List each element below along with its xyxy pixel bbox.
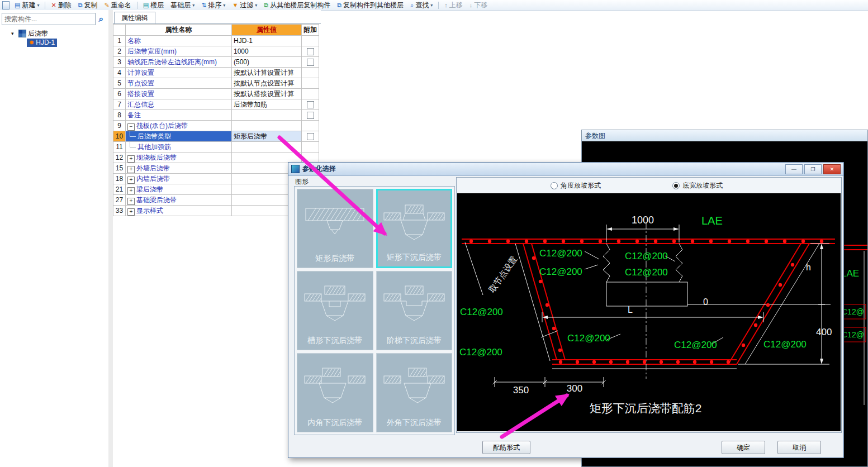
tree-branch	[130, 131, 136, 137]
tile-rect-strip[interactable]: 矩形后浇带	[297, 189, 373, 268]
tile-rect-sunken-strip[interactable]: 矩形下沉后浇带	[376, 189, 453, 268]
table-row: 2 后浇带宽度(mm) 1000	[113, 46, 319, 57]
radio-bottom-width-slope[interactable]: 底宽放坡形式	[672, 181, 723, 190]
tile-outer-corner-sunken-strip[interactable]: 外角下沉后浇带	[376, 353, 453, 432]
toolbar-find-button[interactable]: ⌕ 查找 ▾	[407, 1, 435, 10]
copy-to-floor-icon: ⧉	[337, 2, 341, 8]
tile-label: 外角下沉后浇带	[387, 418, 442, 428]
header-extra: 附加	[302, 25, 319, 36]
tile-step-sunken-strip[interactable]: 阶梯下沉后浇带	[376, 271, 453, 350]
cancel-button[interactable]: 取消	[777, 441, 821, 454]
maximize-button[interactable]: ❐	[804, 164, 822, 174]
copy-icon: ⧉	[78, 2, 83, 8]
expand-icon[interactable]: +	[127, 155, 135, 163]
rebar-label: C12@200	[625, 267, 668, 278]
rebar-form-button[interactable]: 配筋形式	[482, 441, 530, 454]
cad-section-drawing: 1000 LAE h 400 0 L 350 300 C12@200 C12@2…	[457, 193, 841, 431]
rebar-label: C12@200	[539, 266, 582, 277]
toolbar-delete-button[interactable]: ✕ 删除	[48, 1, 74, 10]
header-name: 属性名称	[126, 25, 232, 36]
collapse-icon[interactable]: −	[127, 123, 135, 131]
table-row: 3 轴线距后浇带左边线距离(mm) (500)	[113, 57, 319, 68]
expand-icon[interactable]: +	[127, 208, 135, 216]
ok-button[interactable]: 确定	[722, 441, 765, 454]
component-tree: ▾ 后浇带 ✹ HJD-1	[0, 29, 108, 47]
toolbar-label: 楼层	[150, 1, 164, 10]
tile-label: 矩形后浇带	[315, 254, 354, 264]
toolbar-separator	[137, 2, 137, 9]
expand-icon[interactable]: +	[127, 177, 135, 184]
rebar-label: C12@200	[674, 340, 717, 350]
down-arrow-icon: ↓	[469, 2, 473, 8]
checkbox[interactable]	[307, 59, 314, 66]
toolbar-copy-button[interactable]: ⧉ 复制	[75, 1, 101, 10]
tile-preview-sketch	[300, 357, 369, 411]
expand-icon[interactable]: +	[127, 166, 135, 173]
toolbar-copy-from-floor-button[interactable]: ⧉ 从其他楼层复制构件	[261, 1, 333, 10]
rebar-label: C12@200	[625, 251, 668, 261]
radio-icon-selected	[672, 182, 680, 189]
close-button[interactable]: ✕	[823, 164, 841, 174]
rebar-label: C12@200	[763, 339, 807, 350]
dim-400-label: 400	[816, 327, 832, 337]
filter-icon: ▼	[232, 2, 238, 8]
checkbox[interactable]	[307, 112, 314, 119]
tile-channel-sunken-strip[interactable]: 槽形下沉后浇带	[297, 271, 373, 350]
tile-inner-corner-sunken-strip[interactable]: 内角下沉后浇带	[297, 353, 373, 432]
sort-icon: ⇅	[201, 2, 206, 8]
toolbar-floor-select[interactable]: 基础层 ▾	[168, 1, 197, 10]
component-icon: ✹	[29, 39, 34, 46]
preview-area: 角度放坡形式 底宽放坡形式	[456, 177, 842, 433]
component-tree-panel: ⌕ ▾ 后浇带 ✹ HJD-1	[0, 10, 109, 467]
toolbar-move-up-button[interactable]: ↑ 上移	[442, 1, 466, 10]
chevron-down-icon: ▾	[255, 3, 257, 8]
search-icon[interactable]: ⌕	[96, 14, 107, 24]
app-window: ▤ 新建 ▾ ✕ 删除 ⧉ 复制 ✎ 重命名 ▤ 楼层 基础层 ▾ ⇅ 排序 ▾	[0, 0, 868, 467]
table-row: 6 搭接设置 按默认搭接设置计算	[113, 89, 319, 99]
table-row: 11 其他加强筋	[113, 142, 319, 153]
checkbox[interactable]	[307, 133, 314, 140]
chevron-down-icon: ▾	[192, 3, 195, 8]
toolbar-sort-button[interactable]: ⇅ 排序 ▾	[198, 1, 228, 10]
expand-icon[interactable]: +	[127, 198, 135, 205]
expand-icon[interactable]: +	[127, 187, 135, 194]
search-input[interactable]	[2, 13, 96, 25]
graphics-section-label: 图形	[295, 177, 309, 187]
group-label: 显示样式	[136, 207, 163, 215]
toolbar-separator	[438, 2, 439, 9]
rebar-label: C12@	[842, 307, 864, 316]
toolbar-label: 下移	[474, 1, 487, 10]
tab-property-editor[interactable]: 属性编辑	[114, 12, 155, 23]
radio-angle-slope[interactable]: 角度放坡形式	[551, 181, 601, 190]
tree-node-hjd1[interactable]: ✹ HJD-1	[27, 39, 57, 47]
tile-preview-sketch	[380, 357, 449, 411]
toolbar-filter-button[interactable]: ▼ 过滤 ▾	[229, 1, 260, 10]
toolbar-label: 复制	[84, 1, 98, 10]
dialog-titlebar[interactable]: 参数化选择 — ❐ ✕	[288, 163, 843, 176]
tree-expander-icon[interactable]: ▾	[11, 31, 17, 36]
table-row-selected: 10 后浇带类型 矩形后浇带	[113, 131, 319, 142]
checkbox[interactable]	[307, 48, 314, 55]
table-row: 1 名称 HJD-1	[113, 36, 319, 46]
toolbar-floor-label: ▤ 楼层	[140, 1, 167, 10]
toolbar-new-button[interactable]: ▤ 新建 ▾	[12, 1, 42, 10]
dim-350-label: 350	[513, 385, 529, 395]
table-group-row: 12 +现浇板后浇带	[113, 153, 319, 163]
toolbar: ▤ 新建 ▾ ✕ 删除 ⧉ 复制 ✎ 重命名 ▤ 楼层 基础层 ▾ ⇅ 排序 ▾	[0, 0, 868, 11]
tree-node-root[interactable]: ▾ 后浇带	[0, 29, 108, 38]
radio-label: 角度放坡形式	[561, 181, 601, 190]
tree-node-label: HJD-1	[36, 39, 55, 46]
toolbar-rename-button[interactable]: ✎ 重命名	[102, 1, 134, 10]
toolbar-label: 排序	[208, 1, 221, 10]
checkbox[interactable]	[307, 101, 314, 108]
chevron-down-icon: ▾	[430, 3, 433, 8]
toolbar-copy-to-floor-button[interactable]: ⧉ 复制构件到其他楼层	[334, 1, 406, 10]
component-group-icon	[18, 30, 26, 37]
table-row: 8 备注	[113, 110, 319, 121]
toolbar-label: 过滤	[240, 1, 253, 10]
minimize-button[interactable]: —	[785, 164, 803, 174]
group-label: 筏板(承台)后浇带	[136, 122, 188, 130]
rebar-label: C12@200	[460, 307, 503, 317]
copy-from-floor-icon: ⧉	[264, 2, 268, 8]
toolbar-move-down-button[interactable]: ↓ 下移	[467, 1, 491, 10]
